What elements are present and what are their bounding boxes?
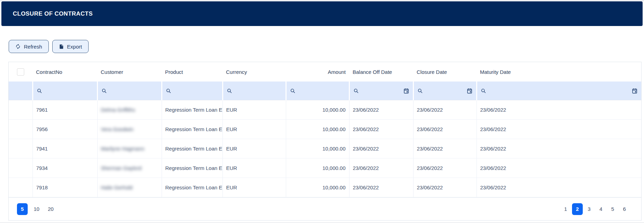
cell-currency: EUR — [223, 139, 286, 158]
column-header-maturityDate[interactable]: Maturity Date — [477, 62, 641, 82]
cell-closureDate: 23/06/2022 — [413, 139, 477, 158]
page-5[interactable]: 5 — [607, 203, 618, 215]
column-header-label: ContractNo — [36, 69, 62, 75]
filter-input-contractNo[interactable] — [37, 88, 93, 94]
select-all-checkbox[interactable] — [17, 68, 24, 76]
search-icon[interactable] — [166, 88, 171, 94]
filter-input-customer[interactable] — [101, 88, 158, 94]
search-icon[interactable] — [481, 88, 486, 94]
search-icon[interactable] — [37, 88, 42, 94]
filter-input-product[interactable] — [166, 88, 219, 94]
cell-contractNo: 7918 — [33, 178, 97, 197]
column-header-closureDate[interactable]: Closure Date — [413, 62, 477, 82]
pagination-bar: 51020 123456 — [9, 197, 641, 220]
calendar-icon[interactable] — [632, 88, 638, 94]
search-icon[interactable] — [353, 88, 359, 94]
cell-product: Regression Term Loan E... — [162, 139, 223, 158]
filter-cell-maturityDate[interactable] — [477, 82, 641, 100]
page-size-20[interactable]: 20 — [45, 203, 56, 215]
page-2[interactable]: 2 — [572, 203, 583, 215]
cell-amount: 10,000.00 — [286, 120, 349, 139]
table-header-row: ContractNoCustomerProductCurrencyAmountB… — [9, 62, 641, 82]
table-row[interactable]: 7941Marilyne HagmannRegression Term Loan… — [9, 139, 641, 158]
page-4[interactable]: 4 — [596, 203, 606, 215]
cell-amount: 10,000.00 — [286, 139, 349, 158]
cell-closureDate: 23/06/2022 — [413, 120, 477, 139]
cell-closureDate: 23/06/2022 — [413, 100, 477, 120]
column-header-balanceOffDate[interactable]: Balance Off Date — [349, 62, 413, 82]
cell-maturityDate: 23/06/2022 — [477, 100, 641, 120]
refresh-button-label: Refresh — [24, 44, 42, 50]
table-row[interactable]: 7956Vera GoodwinRegression Term Loan E..… — [9, 120, 641, 139]
filter-cell-balanceOffDate[interactable] — [349, 82, 413, 100]
cell-amount: 10,000.00 — [286, 178, 349, 197]
filter-input-balanceOffDate[interactable] — [353, 88, 409, 94]
column-header-label: Currency — [226, 69, 247, 75]
column-header-amount[interactable]: Amount — [286, 62, 349, 82]
cell-customer: Vera Goodwin — [97, 120, 162, 139]
cell-maturityDate: 23/06/2022 — [477, 178, 641, 197]
cell-closureDate: 23/06/2022 — [413, 178, 477, 197]
cell-product: Regression Term Loan E... — [162, 178, 223, 197]
cell-customer: Marilyne Hagmann — [97, 139, 162, 158]
closure-of-contracts-page: CLOSURE OF CONTRACTS Refresh Export Cont… — [0, 1, 644, 222]
search-icon[interactable] — [101, 88, 107, 94]
export-file-icon — [59, 44, 64, 49]
page-title: CLOSURE OF CONTRACTS — [1, 10, 93, 17]
filter-cell-closureDate[interactable] — [413, 82, 477, 100]
cell-balanceOffDate: 23/06/2022 — [349, 120, 413, 139]
filter-input-closureDate[interactable] — [417, 88, 473, 94]
page-title-bar: CLOSURE OF CONTRACTS — [1, 1, 643, 26]
refresh-icon — [15, 44, 21, 49]
page-navigation: 123456 — [560, 203, 631, 215]
column-header-currency[interactable]: Currency — [223, 62, 286, 82]
cell-closureDate: 23/06/2022 — [413, 158, 477, 178]
cell-balanceOffDate: 23/06/2022 — [349, 178, 413, 197]
cell-currency: EUR — [223, 178, 286, 197]
refresh-button[interactable]: Refresh — [9, 40, 49, 53]
filter-cell-amount[interactable] — [286, 82, 349, 100]
cell-amount: 10,000.00 — [286, 158, 349, 178]
toolbar: Refresh Export — [0, 26, 644, 50]
column-header-customer[interactable]: Customer — [97, 62, 162, 82]
cell-maturityDate: 23/06/2022 — [477, 139, 641, 158]
page-3[interactable]: 3 — [584, 203, 595, 215]
cell-customer: Halie Gerhold — [97, 178, 162, 197]
cell-product: Regression Term Loan E... — [162, 120, 223, 139]
select-all-header-cell — [9, 62, 33, 82]
table-row[interactable]: 7961Delma GriffithsRegression Term Loan … — [9, 100, 641, 120]
column-header-label: Balance Off Date — [353, 69, 392, 75]
filter-input-currency[interactable] — [227, 88, 282, 94]
search-icon[interactable] — [417, 88, 423, 94]
filter-cell-customer[interactable] — [97, 82, 162, 100]
cell-customer: Sherman Gaylord — [97, 158, 162, 178]
column-header-contractNo[interactable]: ContractNo — [33, 62, 97, 82]
table-row[interactable]: 7934Sherman GaylordRegression Term Loan … — [9, 158, 641, 178]
page-6[interactable]: 6 — [619, 203, 630, 215]
cell-currency: EUR — [223, 158, 286, 178]
search-icon[interactable] — [227, 88, 232, 94]
export-button[interactable]: Export — [52, 40, 89, 53]
filter-input-maturityDate[interactable] — [481, 88, 638, 94]
calendar-icon[interactable] — [466, 88, 473, 94]
cell-contractNo: 7941 — [33, 139, 97, 158]
cell-contractNo: 7956 — [33, 120, 97, 139]
calendar-icon[interactable] — [403, 88, 409, 94]
filter-cell-contractNo[interactable] — [33, 82, 97, 100]
column-header-product[interactable]: Product — [162, 62, 223, 82]
table-row[interactable]: 7918Halie GerholdRegression Term Loan E.… — [9, 178, 641, 197]
table-filter-row — [9, 82, 641, 100]
row-select-cell — [9, 100, 33, 120]
page-size-5[interactable]: 5 — [17, 203, 28, 215]
search-icon[interactable] — [290, 88, 296, 94]
cell-contractNo: 7961 — [33, 100, 97, 120]
cell-maturityDate: 23/06/2022 — [477, 158, 641, 178]
page-size-10[interactable]: 10 — [31, 203, 42, 215]
filter-cell-product[interactable] — [162, 82, 223, 100]
filter-input-amount[interactable] — [290, 88, 345, 94]
page-1[interactable]: 1 — [560, 203, 571, 215]
row-select-cell — [9, 158, 33, 178]
filter-cell-currency[interactable] — [223, 82, 286, 100]
column-header-label: Customer — [101, 69, 123, 75]
cell-balanceOffDate: 23/06/2022 — [349, 158, 413, 178]
